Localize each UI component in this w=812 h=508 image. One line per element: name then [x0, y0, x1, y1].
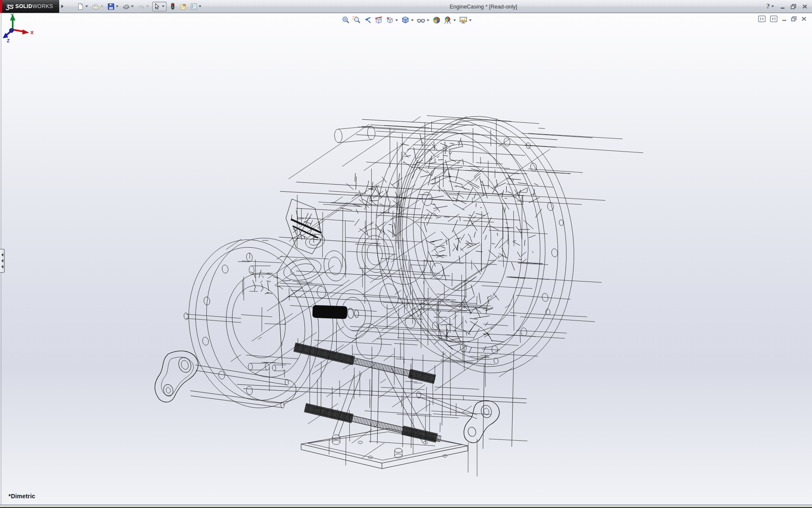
open-folder-icon [92, 3, 99, 10]
close-icon [801, 16, 807, 22]
dropdown-caret-icon[interactable] [771, 6, 774, 7]
file-properties-button[interactable] [179, 2, 188, 11]
close-button[interactable] [802, 4, 808, 9]
rebuild-button[interactable] [168, 2, 177, 11]
print-button[interactable] [122, 2, 135, 11]
save-floppy-icon [107, 3, 115, 10]
graphics-area[interactable]: Y X Z *Dimetric [0, 13, 812, 505]
hide-show-items-button[interactable] [416, 15, 431, 25]
section-view-button[interactable] [374, 15, 384, 25]
main-toolbar [76, 2, 203, 11]
dropdown-caret-icon[interactable] [453, 19, 456, 21]
minimize-icon [780, 4, 785, 9]
previous-view-icon [363, 16, 372, 25]
file-properties-icon [180, 3, 187, 10]
doc-close-button[interactable] [801, 16, 807, 22]
display-style-icon [401, 16, 410, 25]
zoom-to-fit-button[interactable] [341, 15, 351, 25]
restore-icon [791, 16, 797, 22]
view-orientation-button[interactable] [385, 15, 399, 25]
triad-x-label: X [30, 30, 34, 35]
apply-scene-button[interactable] [443, 15, 457, 25]
close-icon [802, 4, 808, 9]
zoom-to-area-icon [352, 16, 361, 25]
minimize-button[interactable] [780, 4, 785, 9]
zoom-to-fit-icon [341, 16, 350, 25]
traffic-light-icon [169, 3, 176, 10]
apply-scene-icon [443, 16, 452, 25]
view-settings-button[interactable] [458, 15, 473, 25]
undo-arrow-icon [138, 3, 145, 10]
restore-icon [790, 4, 797, 9]
right-arrow-icon [61, 5, 63, 8]
left-arrow-icon [1, 265, 3, 268]
dropdown-caret-icon[interactable] [162, 6, 165, 7]
doc-restore-button[interactable] [791, 16, 797, 22]
reference-triad: Y X Z [0, 13, 38, 44]
options-button[interactable] [189, 2, 203, 11]
left-arrow-icon [1, 259, 3, 262]
restore-button[interactable] [790, 4, 797, 9]
undo-button[interactable] [137, 2, 151, 11]
solidworks-logo: ƷS SOLIDWORKS [0, 0, 59, 13]
options-checklist-icon [190, 3, 198, 10]
dropdown-caret-icon[interactable] [131, 6, 134, 7]
display-style-button[interactable] [401, 15, 415, 25]
left-arrow-icon [1, 253, 3, 257]
dropdown-caret-icon[interactable] [395, 19, 398, 21]
eyeglasses-icon [417, 16, 425, 25]
solidworks-logo-name: SOLIDWORKS [15, 3, 53, 9]
previous-view-button[interactable] [363, 15, 373, 25]
select-button[interactable] [152, 2, 167, 11]
document-window-controls [758, 15, 807, 22]
solidworks-logo-glyph: ƷS [6, 3, 13, 10]
view-orientation-icon [385, 16, 394, 25]
logo-name-bold: SOLID [15, 3, 32, 9]
engine-casing-wireframe-model [0, 13, 812, 505]
dropdown-caret-icon[interactable] [411, 19, 414, 21]
section-view-icon [374, 16, 383, 25]
new-document-button[interactable] [76, 2, 90, 11]
dropdown-caret-icon[interactable] [101, 6, 103, 7]
window-bottom-border [0, 505, 812, 508]
pane-right-button[interactable] [770, 15, 778, 22]
edit-appearance-button[interactable] [432, 15, 442, 25]
dropdown-caret-icon[interactable] [85, 6, 88, 7]
triad-z-label: Z [7, 38, 10, 43]
title-bar: ƷS SOLIDWORKS [0, 0, 812, 13]
pane-right-icon [770, 15, 778, 22]
help-button[interactable]: ? [766, 3, 775, 10]
window-title: EngineCasing * [Read-only] [450, 3, 517, 10]
dropdown-caret-icon[interactable] [469, 19, 472, 21]
view-settings-icon [459, 16, 468, 25]
dropdown-caret-icon[interactable] [199, 6, 201, 7]
triad-y-label: Y [11, 13, 14, 18]
zoom-to-area-button[interactable] [352, 15, 362, 25]
featuremanager-flyout-tab[interactable] [0, 249, 5, 273]
dropdown-caret-icon[interactable] [116, 6, 118, 7]
help-icon: ? [766, 3, 770, 10]
save-button[interactable] [107, 2, 120, 11]
select-cursor-icon [154, 3, 161, 10]
dropdown-caret-icon[interactable] [427, 19, 429, 21]
view-orientation-label: *Dimetric [8, 493, 35, 500]
open-button[interactable] [91, 2, 105, 11]
new-document-icon [77, 3, 84, 10]
headsup-view-toolbar [341, 15, 473, 25]
logo-name-regular: WORKS [32, 3, 53, 9]
pane-left-button[interactable] [758, 15, 766, 22]
minimize-icon [782, 16, 787, 22]
doc-minimize-button[interactable] [782, 16, 787, 22]
titlebar-controls: ? [766, 0, 808, 13]
appearance-ball-icon [432, 16, 441, 25]
dropdown-caret-icon[interactable] [146, 6, 149, 7]
menu-flyout-button[interactable] [59, 0, 65, 13]
printer-icon [123, 3, 130, 10]
pane-left-icon [758, 15, 766, 22]
